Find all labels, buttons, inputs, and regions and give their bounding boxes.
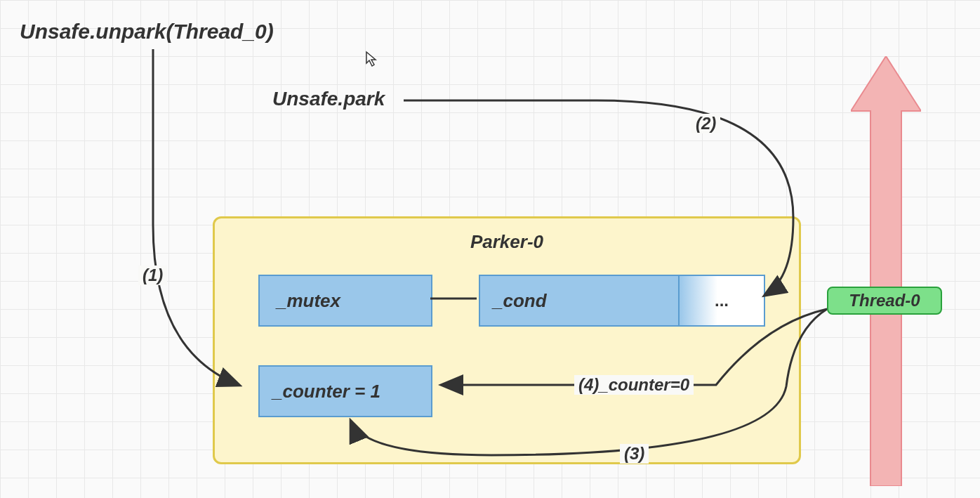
step-3-label: (3) (620, 444, 649, 464)
step-1-label: (1) (138, 266, 167, 285)
cursor-icon (365, 51, 379, 67)
counter-label: _counter = 1 (272, 381, 380, 402)
park-label: Unsafe.park (272, 88, 385, 110)
thread-label: Thread-0 (849, 291, 920, 310)
parker-box: Parker-0 _mutex _cond ... _counter = 1 (213, 216, 801, 464)
step-2-label: (2) (691, 114, 720, 133)
svg-marker-0 (851, 56, 921, 486)
cond-label: _cond (480, 290, 678, 312)
step-4-label: (4)_counter=0 (574, 375, 694, 395)
thread-resume-arrow (851, 56, 921, 486)
cond-box: _cond ... (479, 275, 765, 327)
unpark-label: Unsafe.unpark(Thread_0) (20, 20, 274, 44)
cond-queue: ... (678, 276, 764, 325)
mutex-label: _mutex (277, 290, 340, 312)
counter-box: _counter = 1 (258, 365, 432, 417)
mutex-box: _mutex (258, 275, 432, 327)
parker-title: Parker-0 (215, 231, 799, 253)
thread-badge: Thread-0 (827, 287, 942, 315)
